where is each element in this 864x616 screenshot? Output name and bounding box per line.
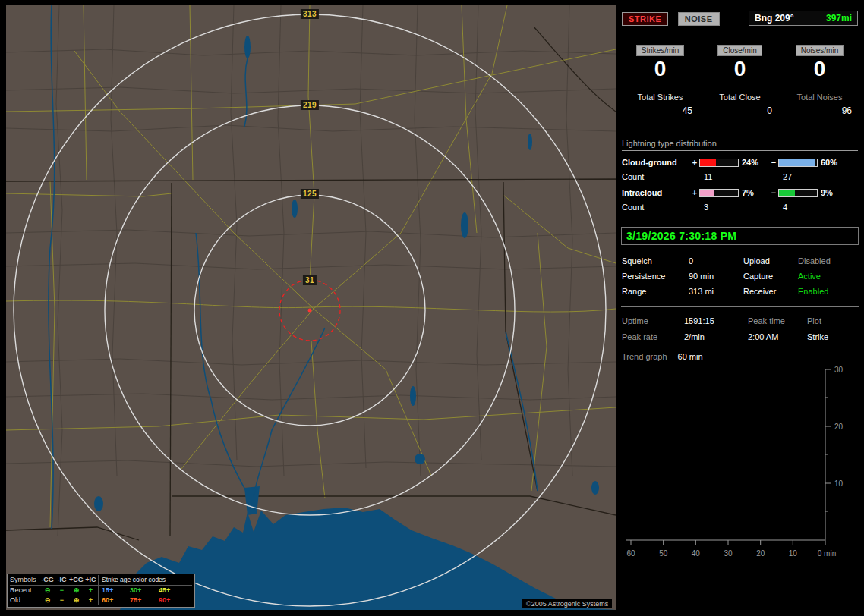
receiver-location-marker	[308, 309, 312, 313]
squelch-value: 0	[689, 256, 743, 266]
status-grid: Squelch 0 Upload Disabled Persistence 90…	[622, 256, 858, 296]
stormvue-app: { "map": { "rings": [ {"label": "313"}, …	[0, 0, 864, 616]
noise-button[interactable]: NOISE	[678, 12, 720, 26]
ic-minus-count: 4	[778, 203, 818, 212]
trend-axes	[626, 369, 831, 545]
x-tick-label: 50	[659, 549, 668, 558]
uptime-label: Uptime	[622, 316, 684, 325]
copyright-notice: ©2005 Astrogenic Systems	[522, 599, 612, 608]
neg-ic-symbol-icon: −	[55, 586, 69, 596]
legend-age-header: Strike age color codes	[98, 575, 184, 585]
trend-graph-label: Trend graph	[622, 352, 667, 361]
trend-axis-labels: 30 20 10 60 50 40 30 20 10 0 min	[626, 366, 843, 558]
plot-value: Strike	[807, 332, 858, 341]
peak-time-label: Peak time	[748, 316, 807, 325]
trend-window-value: 60 min	[678, 352, 703, 361]
cloud-ground-row: Cloud-ground + 24% − 60%	[622, 158, 858, 167]
neg-cg-symbol-icon: ⊖	[40, 596, 55, 605]
cloud-ground-count-row: Count 11 27	[622, 172, 858, 181]
ic-plus-count: 3	[699, 203, 739, 212]
cg-plus-percent: 24%	[739, 158, 769, 167]
close-per-min-value: 0	[700, 56, 780, 82]
ic-minus-percent: 9%	[818, 188, 848, 197]
x-tick-label: 40	[692, 549, 701, 558]
legend-col-header: +CG	[69, 575, 84, 585]
peak-time-value: 2:00 AM	[748, 332, 807, 341]
total-noises-label: Total Noises	[780, 93, 859, 102]
pos-cg-symbol-icon: ⊕	[69, 596, 84, 605]
close-per-min-label: Close/min	[717, 45, 762, 56]
receiver-value: Enabled	[798, 287, 858, 296]
total-close-label: Total Close	[700, 93, 780, 102]
peak-rate-label: Peak rate	[622, 332, 684, 341]
uptime-value: 1591:15	[684, 316, 748, 325]
age-code: 90+	[156, 596, 184, 605]
pos-ic-symbol-icon: +	[84, 586, 98, 596]
legend-header-row: Symbols -CG -IC +CG +IC Strike age color…	[10, 575, 192, 586]
strikes-per-min-counter: Strikes/min 0	[620, 42, 700, 82]
cg-plus-count: 11	[699, 172, 739, 181]
pos-ic-symbol-icon: +	[84, 596, 98, 605]
noises-per-min-counter: Noises/min 0	[780, 42, 859, 82]
y-tick-label: 10	[834, 479, 844, 488]
y-tick-label: 20	[834, 423, 844, 431]
bearing-readout: Bng 209° 397mi	[749, 11, 858, 26]
intracloud-row: Intracloud + 7% − 9%	[622, 188, 858, 197]
intracloud-label: Intracloud	[622, 188, 690, 197]
map-legend: Symbols -CG -IC +CG +IC Strike age color…	[7, 574, 195, 608]
legend-row-label: Old	[10, 596, 40, 605]
noises-per-min-value: 0	[780, 56, 859, 82]
distance-value: 397mi	[826, 13, 852, 24]
total-noises: Total Noises 96	[780, 93, 859, 116]
rate-counters: Strikes/min 0 Close/min 0 Noises/min 0	[620, 42, 859, 82]
close-per-min-counter: Close/min 0	[700, 42, 780, 82]
intracloud-count-row: Count 3 4	[622, 203, 858, 212]
capture-value: Active	[798, 272, 858, 281]
ic-plus-bar-fill	[700, 190, 714, 196]
x-tick-label: 20	[756, 549, 765, 558]
legend-recent-row: Recent ⊖ − ⊕ + 15+ 30+ 45+	[10, 586, 192, 596]
upload-label: Upload	[743, 256, 798, 266]
age-code: 45+	[156, 586, 184, 596]
legend-row-label: Recent	[10, 586, 40, 596]
x-tick-label: 10	[789, 549, 798, 558]
noises-per-min-label: Noises/min	[796, 45, 844, 56]
persistence-value: 90 min	[689, 272, 743, 281]
totals-row: Total Strikes 45 Total Close 0 Total Noi…	[620, 93, 859, 116]
legend-col-header: +IC	[84, 575, 98, 585]
section-divider	[621, 306, 859, 307]
cg-plus-bar	[699, 159, 739, 167]
range-value: 313 mi	[689, 287, 743, 296]
strike-button[interactable]: STRIKE	[622, 12, 668, 26]
cg-minus-bar-fill	[779, 159, 815, 166]
persistence-label: Persistence	[622, 272, 689, 281]
bearing-value: Bng 209°	[755, 13, 793, 24]
ic-plus-percent: 7%	[739, 188, 769, 197]
map-svg	[6, 5, 616, 610]
count-label: Count	[622, 172, 690, 181]
legend-col-header: -CG	[40, 575, 55, 585]
squelch-label: Squelch	[622, 256, 689, 266]
legend-symbols-header: Symbols	[10, 575, 40, 585]
plus-sign: +	[690, 158, 699, 167]
mode-buttons: STRIKE NOISE	[622, 11, 720, 25]
total-strikes-label: Total Strikes	[620, 93, 700, 102]
cg-minus-count: 27	[778, 172, 818, 181]
ic-plus-bar	[699, 189, 739, 197]
cg-plus-bar-fill	[700, 159, 716, 166]
x-tick-label: 30	[724, 549, 733, 558]
minus-sign: −	[769, 158, 778, 167]
peak-rate-value: 2/min	[684, 332, 748, 341]
trend-graph-header: Trend graph 60 min	[622, 352, 858, 361]
age-code: 75+	[127, 596, 156, 605]
total-strikes-value: 45	[620, 105, 700, 116]
trend-graph: 30 20 10 60 50 40 30 20 10 0 min	[620, 364, 858, 567]
plus-sign: +	[690, 188, 699, 197]
age-code: 60+	[98, 596, 127, 605]
upload-value: Disabled	[798, 256, 858, 266]
age-code: 30+	[127, 586, 156, 596]
lightning-map: 313 219 125 31 Symbols -CG -IC +CG +IC S…	[6, 5, 616, 610]
age-code: 15+	[98, 586, 127, 596]
strikes-per-min-label: Strikes/min	[636, 45, 684, 56]
y-tick-label: 30	[834, 366, 844, 374]
